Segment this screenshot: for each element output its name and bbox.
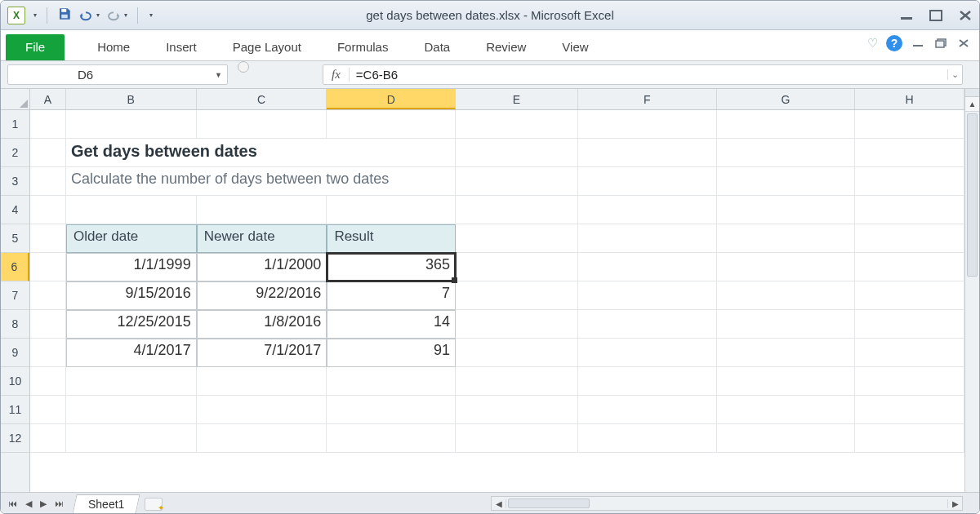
tab-home[interactable]: Home xyxy=(79,34,148,60)
col-header[interactable]: C xyxy=(197,89,327,109)
excel-icon[interactable]: X xyxy=(7,7,25,24)
save-icon[interactable] xyxy=(57,7,72,24)
row-header[interactable]: 3 xyxy=(1,167,29,196)
tab-formulas[interactable]: Formulas xyxy=(319,34,407,60)
maximize-icon[interactable] xyxy=(929,10,943,21)
table-cell[interactable]: 12/25/2015 xyxy=(66,310,197,339)
workbook-restore-icon[interactable] xyxy=(933,38,948,49)
fx-icon[interactable]: fx xyxy=(323,68,350,82)
row-header[interactable]: 8 xyxy=(1,310,29,339)
tab-view[interactable]: View xyxy=(544,34,606,60)
workbook-minimize-icon[interactable] xyxy=(911,38,925,49)
table-cell[interactable]: 1/8/2016 xyxy=(197,310,327,339)
col-header[interactable]: A xyxy=(30,89,66,109)
window-controls xyxy=(899,10,973,21)
tab-data[interactable]: Data xyxy=(406,34,468,60)
table-cell[interactable]: 9/15/2016 xyxy=(66,281,197,310)
subtitle-cell[interactable]: Calculate the number of days between two… xyxy=(66,167,456,196)
name-box-input[interactable] xyxy=(78,68,227,82)
col-header[interactable]: B xyxy=(66,89,197,109)
svg-rect-3 xyxy=(930,11,942,20)
scroll-thumb[interactable] xyxy=(508,498,590,508)
row-header[interactable]: 6 xyxy=(1,253,29,281)
undo-button[interactable]: ▾ xyxy=(78,10,100,21)
svg-rect-2 xyxy=(901,17,912,20)
new-sheet-button[interactable] xyxy=(145,498,163,511)
row-header[interactable]: 11 xyxy=(1,396,29,424)
table-header[interactable]: Result xyxy=(327,224,456,253)
select-all-corner[interactable] xyxy=(1,89,30,110)
vertical-scrollbar[interactable]: ▲ xyxy=(964,89,979,492)
sheet-tab-active[interactable]: Sheet1 xyxy=(72,494,140,514)
row-header[interactable]: 12 xyxy=(1,424,29,453)
table-cell[interactable]: 9/22/2016 xyxy=(197,281,327,310)
svg-rect-0 xyxy=(61,9,66,12)
table-cell[interactable]: 365 xyxy=(327,253,456,281)
svg-rect-6 xyxy=(936,41,944,47)
cells-area[interactable]: Get days between dates Calculate the num… xyxy=(30,110,964,492)
formula-expand-icon[interactable]: ⌄ xyxy=(947,69,962,80)
row-headers: 1 2 3 4 5 6 7 8 9 10 11 12 xyxy=(1,110,30,492)
table-cell[interactable]: 1/1/2000 xyxy=(197,253,327,281)
column-headers: A B C D E F G H xyxy=(30,89,964,110)
redo-button[interactable]: ▾ xyxy=(106,10,127,21)
title-bar: X ▾ ▾ ▾ ▾ get days between dates.xlsx - … xyxy=(1,1,979,30)
scroll-up-icon[interactable]: ▲ xyxy=(965,97,979,112)
scroll-right-icon[interactable]: ▶ xyxy=(947,499,962,508)
prev-sheet-icon[interactable]: ◀ xyxy=(23,497,34,511)
table-cell[interactable]: 7 xyxy=(327,281,456,310)
svg-rect-4 xyxy=(913,45,923,47)
row-header[interactable]: 7 xyxy=(1,281,29,310)
row-header[interactable]: 2 xyxy=(1,139,29,167)
separator xyxy=(137,7,138,24)
scroll-left-icon[interactable]: ◀ xyxy=(492,499,506,508)
close-icon[interactable] xyxy=(958,10,973,21)
name-box-caret-icon[interactable]: ▼ xyxy=(215,71,222,79)
quick-access-toolbar: X ▾ ▾ ▾ ▾ xyxy=(7,7,153,24)
name-box-resize-handle[interactable] xyxy=(238,61,249,73)
title-cell[interactable]: Get days between dates xyxy=(66,139,456,167)
app-menu-caret[interactable]: ▾ xyxy=(33,11,37,19)
table-header[interactable]: Older date xyxy=(66,224,197,253)
formula-bar: ▼ fx ⌄ xyxy=(1,61,979,89)
split-handle[interactable] xyxy=(965,89,979,97)
name-box[interactable]: ▼ xyxy=(7,64,228,85)
col-header[interactable]: D xyxy=(327,89,456,109)
row-header[interactable]: 1 xyxy=(1,110,29,139)
svg-rect-1 xyxy=(61,14,68,18)
minimize-icon[interactable] xyxy=(899,10,914,21)
formula-input[interactable] xyxy=(350,68,947,82)
horizontal-scrollbar[interactable]: ◀ ▶ xyxy=(491,496,963,511)
ribbon-tabs: File Home Insert Page Layout Formulas Da… xyxy=(1,30,979,61)
col-header[interactable]: F xyxy=(578,89,717,109)
formula-input-area: fx ⌄ xyxy=(323,64,963,85)
row-header[interactable]: 10 xyxy=(1,367,29,396)
tab-page-layout[interactable]: Page Layout xyxy=(215,34,319,60)
table-cell[interactable]: 14 xyxy=(327,310,456,339)
row-header[interactable]: 9 xyxy=(1,339,29,367)
first-sheet-icon[interactable]: ⏮ xyxy=(6,497,20,511)
col-header[interactable]: E xyxy=(456,89,578,109)
row-header[interactable]: 4 xyxy=(1,196,29,224)
scroll-thumb[interactable] xyxy=(967,113,978,277)
sheet-nav-arrows[interactable]: ⏮ ◀ ▶ ⏭ xyxy=(6,497,66,511)
table-cell[interactable]: 1/1/1999 xyxy=(66,253,197,281)
row-header[interactable]: 5 xyxy=(1,224,29,253)
ribbon-minimize-caret[interactable]: ♡ xyxy=(867,36,878,51)
spreadsheet-grid: A B C D E F G H 1 2 3 4 5 6 7 8 9 10 11 … xyxy=(1,89,979,492)
table-cell[interactable]: 7/1/2017 xyxy=(197,339,327,367)
table-cell[interactable]: 4/1/2017 xyxy=(66,339,197,367)
tab-review[interactable]: Review xyxy=(468,34,544,60)
tab-insert[interactable]: Insert xyxy=(148,34,215,60)
last-sheet-icon[interactable]: ⏭ xyxy=(52,497,66,511)
qat-customize-caret[interactable]: ▾ xyxy=(149,11,153,19)
sheet-tab-bar: ⏮ ◀ ▶ ⏭ Sheet1 ◀ ▶ xyxy=(1,492,979,514)
workbook-close-icon[interactable] xyxy=(956,38,971,49)
next-sheet-icon[interactable]: ▶ xyxy=(38,497,49,511)
col-header[interactable]: G xyxy=(717,89,856,109)
table-header[interactable]: Newer date xyxy=(197,224,327,253)
file-tab[interactable]: File xyxy=(6,34,65,60)
col-header[interactable]: H xyxy=(855,89,964,109)
table-cell[interactable]: 91 xyxy=(327,339,456,367)
help-icon[interactable]: ? xyxy=(886,35,902,51)
